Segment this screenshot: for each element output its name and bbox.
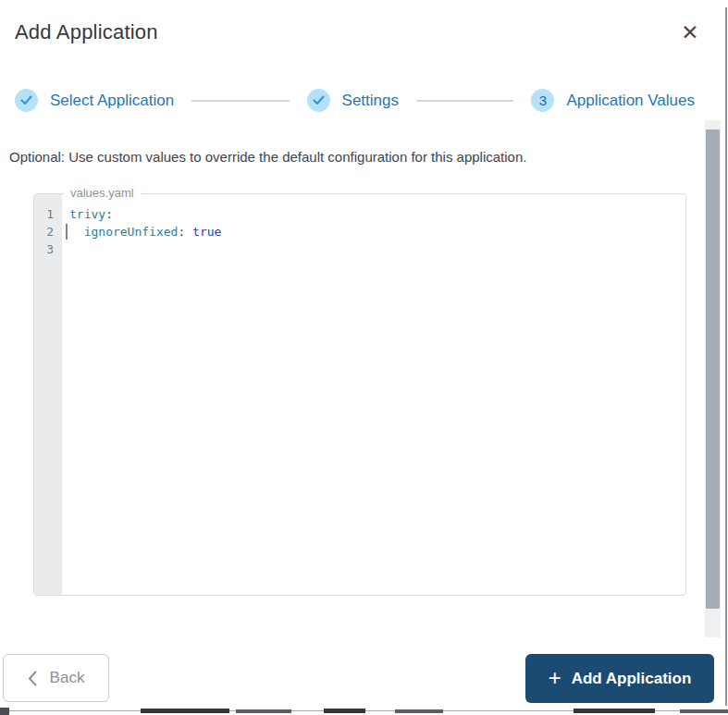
yaml-colon: : [105, 207, 113, 221]
background-fragment [236, 709, 291, 713]
step-application-values[interactable]: 3 Application Values [531, 89, 695, 112]
content-scrollbar-thumb[interactable] [706, 129, 720, 609]
add-application-button-label: Add Application [572, 670, 692, 688]
background-fragment [0, 708, 9, 715]
content-scrollbar-track[interactable] [705, 120, 721, 637]
step-label: Application Values [566, 92, 695, 110]
yaml-indent [69, 225, 84, 239]
optional-values-hint: Optional: Use custom values to override … [9, 149, 691, 165]
step-connector [416, 100, 513, 102]
step-completed-indicator [15, 89, 38, 112]
line-number-gutter: 1 2 3 [34, 194, 62, 595]
line-number: 3 [34, 240, 62, 258]
wizard-stepper: Select Application Settings 3 Applicatio… [15, 89, 695, 112]
yaml-code-input[interactable]: trivy: ignoreUnfixed: true [62, 194, 685, 595]
add-application-button[interactable]: + Add Application [525, 654, 714, 703]
step-connector [191, 100, 289, 102]
line-number: 1 [34, 205, 62, 223]
step-number: 3 [539, 92, 547, 108]
background-fragment [395, 709, 443, 713]
background-fragment [680, 709, 728, 713]
step-select-application[interactable]: Select Application [15, 89, 174, 112]
check-icon [313, 95, 325, 105]
text-cursor [66, 224, 68, 240]
background-fragment [141, 709, 229, 713]
step-number-indicator: 3 [531, 89, 554, 112]
code-line: trivy: [69, 205, 678, 223]
check-icon [20, 95, 32, 105]
yaml-key: ignoreUnfixed [84, 225, 179, 239]
dialog-title: Add Application [15, 20, 158, 44]
step-completed-indicator [307, 89, 330, 112]
background-fragment [574, 709, 655, 713]
step-label: Select Application [50, 92, 174, 110]
chevron-left-icon [28, 671, 37, 686]
close-icon[interactable]: ✕ [676, 18, 704, 46]
back-button[interactable]: Back [3, 654, 109, 702]
code-line: ignoreUnfixed: true [69, 223, 678, 240]
yaml-key: trivy [69, 207, 105, 221]
step-label: Settings [342, 92, 399, 110]
plus-icon: + [549, 669, 561, 687]
yaml-space [185, 225, 192, 239]
code-line [69, 240, 678, 258]
values-yaml-editor: values.yaml 1 2 3 trivy: ignoreUnfixed: … [33, 193, 686, 596]
back-button-label: Back [50, 669, 85, 687]
yaml-boolean-value: true [192, 225, 221, 239]
background-page-edge [725, 7, 727, 715]
add-application-dialog: Add Application ✕ Select Application Set… [0, 0, 728, 706]
line-number: 2 [34, 223, 62, 240]
background-page-sliver [0, 706, 728, 715]
background-fragment [324, 709, 365, 713]
step-settings[interactable]: Settings [307, 89, 399, 112]
